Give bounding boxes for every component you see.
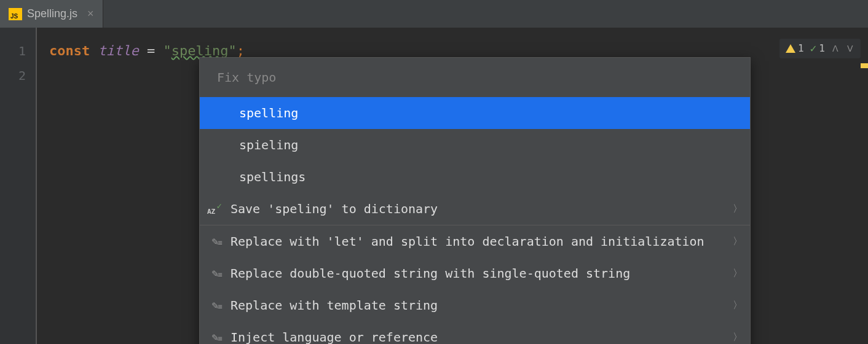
equals-operator: = <box>139 43 164 58</box>
semicolon: ; <box>237 43 245 58</box>
warning-indicator[interactable]: 1 <box>786 36 804 61</box>
suggestion-label: spieling <box>215 133 743 157</box>
editor-area: 1 2 const title = "speling"; 1 ✓ 1 ᐱ ᐯ F… <box>0 28 868 344</box>
dictionary-icon <box>207 202 223 216</box>
submenu-chevron-icon: 〉 <box>733 197 743 221</box>
action-replace-single-quote[interactable]: ✎ Replace double-quoted string with sing… <box>200 257 750 289</box>
javascript-file-icon <box>9 8 22 20</box>
code-editor[interactable]: const title = "speling"; 1 ✓ 1 ᐱ ᐯ Fix t… <box>37 28 868 344</box>
error-stripe-marker[interactable] <box>861 63 868 68</box>
submenu-chevron-icon: 〉 <box>733 261 743 286</box>
suggestion-label: spellings <box>215 165 743 189</box>
editor-tab-bar: Spelling.js × <box>0 0 868 28</box>
suggestion-spellings[interactable]: spellings <box>200 161 750 193</box>
next-highlight-icon[interactable]: ᐯ <box>846 36 854 61</box>
intention-actions-popup: Fix typo spelling spieling spellings Sav… <box>199 57 751 344</box>
action-label: Replace with 'let' and split into declar… <box>231 229 725 254</box>
edit-intention-icon: ✎ <box>212 261 219 286</box>
suggestion-spieling[interactable]: spieling <box>200 129 750 161</box>
line-number[interactable]: 2 <box>0 63 36 88</box>
warning-count: 1 <box>798 36 804 61</box>
inspections-widget[interactable]: 1 ✓ 1 ᐱ ᐯ <box>779 39 861 58</box>
tab-filename: Spelling.js <box>27 7 77 20</box>
typo-check-icon: ✓ <box>810 36 817 61</box>
submenu-chevron-icon: 〉 <box>733 325 743 344</box>
action-replace-let[interactable]: ✎ Replace with 'let' and split into decl… <box>200 225 750 257</box>
action-label: Save 'speling' to dictionary <box>231 197 725 221</box>
suggestion-label: spelling <box>215 101 743 125</box>
action-label: Inject language or reference <box>231 325 725 344</box>
warning-triangle-icon <box>786 44 795 53</box>
typo-indicator[interactable]: ✓ 1 <box>810 36 825 61</box>
file-tab[interactable]: Spelling.js × <box>0 0 103 28</box>
close-tab-icon[interactable]: × <box>82 7 94 20</box>
line-number-gutter: 1 2 <box>0 28 37 344</box>
string-quote-close: " <box>228 43 236 58</box>
line-number[interactable]: 1 <box>0 39 36 63</box>
string-quote-open: " <box>163 43 171 58</box>
variable-name: title <box>98 43 138 58</box>
edit-intention-icon: ✎ <box>212 229 219 254</box>
suggestion-spelling[interactable]: spelling <box>200 97 750 129</box>
action-inject-language[interactable]: ✎ Inject language or reference 〉 <box>200 321 750 344</box>
action-label: Replace with template string <box>231 293 725 318</box>
prev-highlight-icon[interactable]: ᐱ <box>831 36 840 61</box>
save-to-dictionary[interactable]: Save 'speling' to dictionary 〉 <box>200 193 750 225</box>
popup-header: Fix typo <box>200 58 750 97</box>
submenu-chevron-icon: 〉 <box>733 229 743 254</box>
edit-intention-icon: ✎ <box>212 293 219 318</box>
edit-intention-icon: ✎ <box>212 325 219 344</box>
keyword-const: const <box>49 43 90 58</box>
action-label: Replace double-quoted string with single… <box>231 261 725 286</box>
typo-count: 1 <box>819 36 825 61</box>
action-template-string[interactable]: ✎ Replace with template string 〉 <box>200 289 750 321</box>
submenu-chevron-icon: 〉 <box>733 293 743 318</box>
string-typo[interactable]: speling <box>172 43 229 58</box>
